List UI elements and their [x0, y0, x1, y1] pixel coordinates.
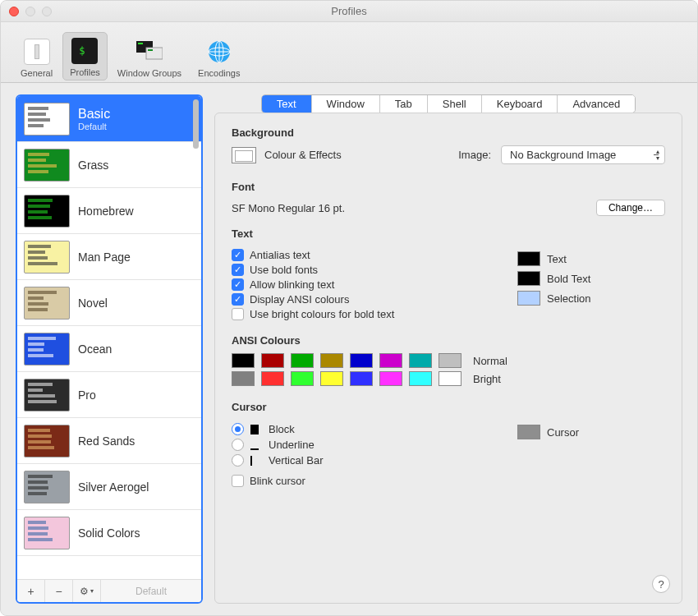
checkbox-row[interactable]: Antialias text [232, 249, 498, 261]
terminal-icon: $ [71, 38, 98, 64]
ansi-colour-well[interactable] [409, 371, 432, 386]
cursor-colour-well[interactable] [517, 425, 540, 439]
underline-cursor-icon [250, 440, 259, 450]
updown-icon: ▴▾ [656, 149, 659, 162]
profile-thumbnail [24, 425, 70, 457]
toolbar-window-groups[interactable]: Window Groups [111, 34, 188, 80]
ansi-colour-well[interactable] [379, 353, 402, 368]
blink-cursor-row[interactable]: Blink cursor [232, 475, 498, 487]
checkbox[interactable] [232, 264, 244, 276]
ansi-colour-well[interactable] [320, 353, 343, 368]
checkbox-row[interactable]: Use bright colours for bold text [232, 308, 498, 320]
text-section-title: Text [232, 228, 665, 240]
checkbox[interactable] [232, 308, 244, 320]
close-icon[interactable] [9, 7, 19, 16]
image-label: Image: [458, 149, 491, 161]
checkbox[interactable] [232, 475, 244, 487]
radio[interactable] [232, 439, 244, 451]
checkbox[interactable] [232, 293, 244, 306]
profile-row-grass[interactable]: Grass [17, 142, 201, 188]
ansi-colour-well[interactable] [291, 353, 314, 368]
font-value: SF Mono Regular 16 pt. [232, 202, 345, 214]
vbar-cursor-icon [250, 456, 259, 466]
change-font-button[interactable]: Change… [596, 200, 665, 216]
background-image-popup[interactable]: No Background Image ▴▾ [501, 145, 665, 164]
ansi-colour-well[interactable] [232, 371, 255, 386]
radio-label: Underline [269, 439, 315, 451]
tab-window[interactable]: Window [312, 95, 380, 113]
toolbar-encodings[interactable]: Encodings [191, 34, 246, 80]
ansi-colour-well[interactable] [439, 353, 462, 368]
profile-row-basic[interactable]: BasicDefault [17, 96, 201, 142]
profile-thumbnail [24, 517, 70, 549]
toolbar-general[interactable]: General [14, 34, 59, 80]
profile-row-red-sands[interactable]: Red Sands [17, 418, 201, 464]
tab-advanced[interactable]: Advanced [558, 95, 635, 113]
profile-actions-button[interactable]: ⚙︎▾ [73, 580, 101, 602]
minimize-icon[interactable] [25, 7, 35, 16]
tab-keyboard[interactable]: Keyboard [482, 95, 558, 113]
ansi-colour-well[interactable] [409, 353, 432, 368]
ansi-colour-well[interactable] [350, 371, 373, 386]
colour-well[interactable] [517, 271, 540, 286]
traffic-lights [9, 7, 52, 16]
tab-text[interactable]: Text [262, 95, 312, 113]
toolbar: General $ Profiles Window Groups Encodin… [1, 22, 697, 83]
radio[interactable] [232, 454, 244, 467]
profile-thumbnail [24, 379, 70, 411]
content: BasicDefaultGrassHomebrewMan PageNovelOc… [1, 83, 697, 615]
ansi-colour-well[interactable] [291, 371, 314, 386]
scrollbar[interactable] [193, 99, 199, 149]
cursor-radio-row[interactable]: Underline [232, 439, 498, 451]
colour-well-label: Selection [547, 292, 590, 305]
ansi-colour-well[interactable] [350, 353, 373, 368]
cursor-section-title: Cursor [232, 401, 665, 413]
cursor-radio-row[interactable]: Block [232, 423, 498, 435]
checkbox-row[interactable]: Use bold fonts [232, 264, 498, 276]
profile-thumbnail [24, 241, 70, 274]
profile-name: Basic [78, 107, 110, 122]
ansi-colour-well[interactable] [261, 371, 284, 386]
remove-profile-button[interactable]: − [45, 580, 73, 602]
profile-row-novel[interactable]: Novel [17, 280, 201, 326]
profile-name: Grass [78, 159, 108, 172]
profiles-list[interactable]: BasicDefaultGrassHomebrewMan PageNovelOc… [17, 96, 201, 579]
checkbox-label: Blink cursor [250, 475, 305, 487]
profile-subtitle: Default [78, 122, 110, 131]
profile-thumbnail [24, 287, 70, 319]
tab-tab[interactable]: Tab [380, 95, 428, 113]
ansi-colour-well[interactable] [320, 371, 343, 386]
tab-shell[interactable]: Shell [428, 95, 482, 113]
help-button[interactable]: ? [652, 575, 670, 593]
colour-well[interactable] [517, 291, 540, 306]
chevron-down-icon: ▾ [90, 587, 94, 595]
profile-row-homebrew[interactable]: Homebrew [17, 188, 201, 234]
ansi-colour-well[interactable] [379, 371, 402, 386]
set-default-button[interactable]: Default [101, 580, 201, 602]
profile-row-pro[interactable]: Pro [17, 372, 201, 418]
profile-row-ocean[interactable]: Ocean [17, 326, 201, 372]
radio[interactable] [232, 423, 244, 435]
ansi-colour-well[interactable] [261, 353, 284, 368]
profile-row-silver-aerogel[interactable]: Silver Aerogel [17, 464, 201, 510]
checkbox[interactable] [232, 249, 244, 261]
checkbox-label: Display ANSI colours [250, 293, 349, 306]
toolbar-profiles[interactable]: $ Profiles [62, 32, 108, 80]
checkbox-row[interactable]: Allow blinking text [232, 278, 498, 291]
zoom-icon[interactable] [42, 7, 52, 16]
profile-thumbnail [24, 149, 70, 182]
profile-name: Silver Aerogel [78, 480, 149, 494]
cursor-radio-row[interactable]: Vertical Bar [232, 454, 498, 467]
profile-row-man-page[interactable]: Man Page [17, 234, 201, 280]
profile-name: Red Sands [78, 434, 135, 448]
profile-name: Solid Colors [78, 526, 140, 540]
font-section-title: Font [232, 181, 665, 193]
checkbox[interactable] [232, 278, 244, 291]
ansi-colour-well[interactable] [439, 371, 462, 386]
checkbox-row[interactable]: Display ANSI colours [232, 293, 498, 306]
profile-row-solid-colors[interactable]: Solid Colors [17, 510, 201, 556]
ansi-colour-well[interactable] [232, 353, 255, 368]
background-colour-well[interactable] [232, 147, 256, 163]
add-profile-button[interactable]: + [17, 580, 45, 602]
colour-well[interactable] [517, 251, 540, 266]
